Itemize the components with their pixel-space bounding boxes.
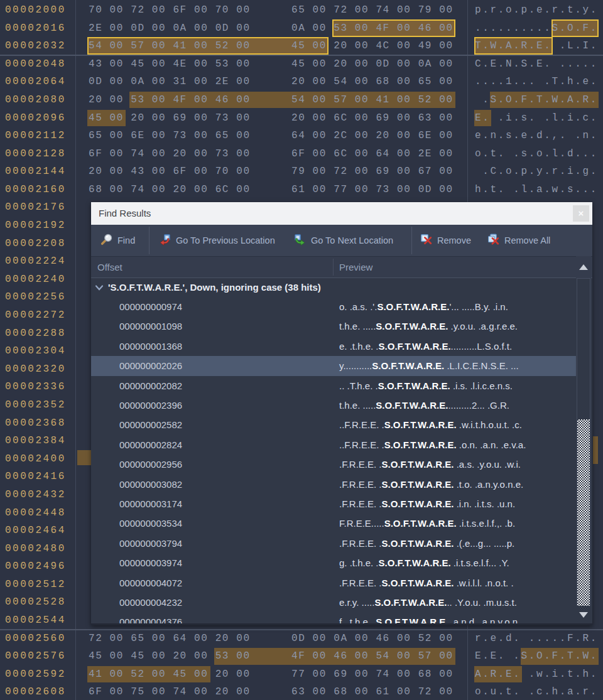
result-offset: 000000003974 (119, 553, 182, 573)
result-row[interactable]: 000000004376f. .t.h.e. .S.O.F.T.W.A.R.E.… (91, 612, 576, 623)
hex-bytes[interactable]: 64 00 2C 00 20 00 6E 00 (291, 127, 454, 145)
hex-row[interactable]: 000026086F 00 75 00 74 00 20 0063 00 68 … (0, 683, 603, 700)
ascii-text[interactable]: e.n.s.e.d.,. .n. (475, 127, 598, 145)
hex-bytes[interactable]: 77 00 69 00 74 00 68 00 (291, 665, 454, 684)
result-row[interactable]: 000000003794.F.R.E.E. .S.O.F.T.W.A.R.E. … (91, 534, 576, 553)
result-row[interactable]: 000000002824..F.R.E.E. .S.O.F.T.W.A.R.E.… (91, 435, 576, 455)
results-header: Offset Preview (91, 256, 592, 278)
result-row[interactable]: 000000003174.F.R.E.E. .S.O.F.T.W.A.R.E. … (91, 494, 576, 514)
hex-bytes[interactable]: 70 00 72 00 6F 00 70 00 (89, 1, 251, 19)
row-address: 00002288 (5, 325, 66, 343)
hex-bytes[interactable]: 61 00 77 00 73 00 0D 00 (291, 181, 454, 199)
result-offset: 000000003534 (119, 514, 182, 533)
scroll-down-button[interactable] (576, 606, 591, 623)
result-row[interactable]: 000000002026y...........S.O.F.T.W.A.R.E.… (91, 356, 576, 375)
hex-row[interactable]: 0000204843 00 45 00 4E 00 53 0045 00 20 … (0, 55, 603, 73)
row-address: 00002352 (5, 396, 66, 414)
ascii-text[interactable]: o.t. .s.o.l.d... (475, 145, 598, 163)
hex-row[interactable]: 0000259241 00 52 00 45 00 20 0077 00 69 … (0, 665, 603, 684)
remove-button[interactable]: Remove (420, 225, 471, 256)
hex-bytes[interactable]: 79 00 72 00 69 00 67 00 (291, 163, 454, 181)
hex-bytes[interactable]: 72 00 65 00 64 00 20 00 (89, 630, 251, 648)
goto-previous-location-button[interactable]: Go To Previous Location (158, 225, 275, 256)
hex-bytes[interactable]: 20 00 54 00 68 00 65 00 (291, 73, 454, 91)
hex-bytes[interactable]: 6F 00 6C 00 64 00 2E 00 (291, 145, 454, 163)
hex-row[interactable]: 0000257645 00 45 00 20 00 53 004F 00 46 … (0, 647, 603, 665)
hex-bytes[interactable]: 45 00 20 00 4C 00 49 00 (291, 37, 454, 55)
ascii-text[interactable]: A.R.E. .w.i.t.h. (475, 665, 598, 684)
hex-bytes[interactable]: 4F 00 46 00 54 00 57 00 (291, 647, 454, 665)
ascii-text[interactable]: p.r.o.p.e.r.t.y. (475, 1, 598, 19)
hex-row[interactable]: 0000200070 00 72 00 6F 00 70 0065 00 72 … (0, 1, 603, 19)
hex-bytes[interactable]: 20 00 6C 00 69 00 63 00 (291, 109, 454, 127)
result-row[interactable]: 000000000974o. .a.s. .'.S.O.F.T.W.A.R.E.… (91, 297, 576, 316)
scroll-up-button[interactable] (576, 256, 591, 278)
hex-bytes[interactable]: 65 00 72 00 74 00 79 00 (291, 1, 454, 19)
ascii-text[interactable]: T.W.A.R.E. .L.I. (475, 37, 598, 55)
hex-row[interactable]: 0000203254 00 57 00 41 00 52 0045 00 20 … (0, 37, 603, 55)
result-row[interactable]: 000000004072.F.R.E.E. .S.O.F.T.W.A.R.E. … (91, 573, 576, 593)
offset-column-header[interactable]: Offset (97, 257, 122, 277)
results-scrollbar[interactable] (576, 256, 591, 623)
panel-titlebar[interactable]: Find Results × (91, 202, 592, 225)
hex-bytes[interactable]: 65 00 6E 00 73 00 65 00 (89, 127, 251, 145)
result-group-row[interactable]: 'S.O.F.T.W.A.R.E.', Down, ignoring case … (91, 278, 576, 297)
hex-bytes[interactable]: 0A 00 53 00 4F 00 46 00 (291, 19, 454, 38)
hex-row[interactable]: 0000209645 00 20 00 69 00 73 0020 00 6C … (0, 109, 603, 127)
hex-row[interactable]: 0000208020 00 53 00 4F 00 46 0054 00 57 … (0, 91, 603, 109)
hex-bytes[interactable]: 63 00 68 00 61 00 72 00 (291, 683, 454, 700)
hex-bytes[interactable]: 20 00 43 00 6F 00 70 00 (89, 163, 251, 181)
hex-bytes[interactable]: 68 00 74 00 20 00 6C 00 (89, 181, 251, 199)
result-offset: 000000004376 (119, 612, 182, 623)
result-row[interactable]: 000000002396t.h.e. .....S.O.F.T.W.A.R.E.… (91, 396, 576, 415)
ascii-text[interactable]: E. .i.s. .l.i.c. (475, 109, 598, 127)
hex-row[interactable]: 000020640D 00 0A 00 31 00 2E 0020 00 54 … (0, 73, 603, 91)
result-row[interactable]: 000000003974g. .t.h.e. .S.O.F.T.W.A.R.E.… (91, 553, 576, 573)
hex-bytes[interactable]: 20 00 53 00 4F 00 46 00 (89, 91, 251, 109)
close-button[interactable]: × (573, 205, 589, 222)
ascii-text[interactable]: ..........S.O.F. (475, 19, 598, 38)
hex-bytes[interactable]: 2E 00 0D 00 0A 00 0D 00 (89, 19, 251, 38)
result-row[interactable]: 000000002082.. .T.h.e. .S.O.F.T.W.A.R.E.… (91, 376, 576, 396)
hex-bytes[interactable]: 45 00 20 00 0D 00 0A 00 (291, 55, 454, 73)
scrollbar-track[interactable] (577, 278, 590, 606)
hex-bytes[interactable]: 6F 00 75 00 74 00 20 00 (89, 683, 251, 700)
remove-all-button[interactable]: Remove All (487, 225, 550, 256)
column-divider[interactable] (333, 259, 334, 276)
hex-row[interactable]: 000020162E 00 0D 00 0A 00 0D 000A 00 53 … (0, 19, 603, 38)
scrollbar-thumb[interactable] (577, 419, 590, 606)
hex-bytes[interactable]: 54 00 57 00 41 00 52 00 (89, 37, 251, 55)
ascii-text[interactable]: .C.o.p.y.r.i.g. (475, 163, 598, 181)
result-row[interactable]: 000000004232e.r.y. .....S.O.F.T.W.A.R.E.… (91, 593, 576, 612)
hex-bytes[interactable]: 0D 00 0A 00 46 00 52 00 (291, 630, 454, 648)
hex-bytes[interactable]: 43 00 45 00 4E 00 53 00 (89, 55, 251, 73)
ascii-text[interactable]: C.E.N.S.E. ..... (475, 55, 598, 73)
hex-bytes[interactable]: 45 00 20 00 69 00 73 00 (89, 109, 251, 127)
find-button[interactable]: Find (100, 225, 135, 256)
hex-bytes[interactable]: 54 00 57 00 41 00 52 00 (291, 91, 454, 109)
result-row[interactable]: 000000001098t.h.e. .....S.O.F.T.W.A.R.E.… (91, 316, 576, 336)
hex-row[interactable]: 0000256072 00 65 00 64 00 20 000D 00 0A … (0, 630, 603, 648)
ascii-text[interactable]: ....1... .T.h.e. (475, 73, 598, 91)
hex-row[interactable]: 0000216068 00 74 00 20 00 6C 0061 00 77 … (0, 181, 603, 199)
result-row[interactable]: 000000003534F.R.E.E.....S.O.F.T.W.A.R.E.… (91, 514, 576, 533)
hex-bytes[interactable]: 6F 00 74 00 20 00 73 00 (89, 145, 251, 163)
ascii-text[interactable]: .S.O.F.T.W.A.R. (475, 91, 598, 109)
result-row[interactable]: 000000001368e. .t.h.e. .S.O.F.T.W.A.R.E.… (91, 337, 576, 356)
result-row[interactable]: 000000002582..F.R.E.E. .S.O.F.T.W.A.R.E.… (91, 415, 576, 434)
ascii-text[interactable]: o.u.t. .c.h.a.r. (475, 683, 598, 700)
result-row[interactable]: 000000003082.F.R.E.E. .S.O.F.T.W.A.R.E. … (91, 475, 576, 494)
hex-row[interactable]: 0000214420 00 43 00 6F 00 70 0079 00 72 … (0, 163, 603, 181)
preview-column-header[interactable]: Preview (339, 257, 372, 277)
ascii-text[interactable]: r.e.d. .....F.R. (475, 630, 598, 648)
hex-bytes[interactable]: 41 00 52 00 45 00 20 00 (89, 665, 251, 684)
ascii-text[interactable]: E.E. .S.O.F.T.W. (475, 647, 598, 665)
hex-bytes[interactable]: 0D 00 0A 00 31 00 2E 00 (89, 73, 251, 91)
result-preview: ..F.R.E.E. .S.O.F.T.W.A.R.E. .o.n. .a.n.… (339, 435, 526, 455)
ascii-text[interactable]: h.t. .l.a.w.s... (475, 181, 598, 199)
goto-next-location-button[interactable]: Go To Next Location (293, 225, 393, 256)
result-row[interactable]: 000000002956.F.R.E.E. .S.O.F.T.W.A.R.E. … (91, 455, 576, 474)
hex-row[interactable]: 000021286F 00 74 00 20 00 73 006F 00 6C … (0, 145, 603, 163)
hex-row[interactable]: 0000211265 00 6E 00 73 00 65 0064 00 2C … (0, 127, 603, 145)
hex-bytes[interactable]: 45 00 45 00 20 00 53 00 (89, 647, 251, 665)
